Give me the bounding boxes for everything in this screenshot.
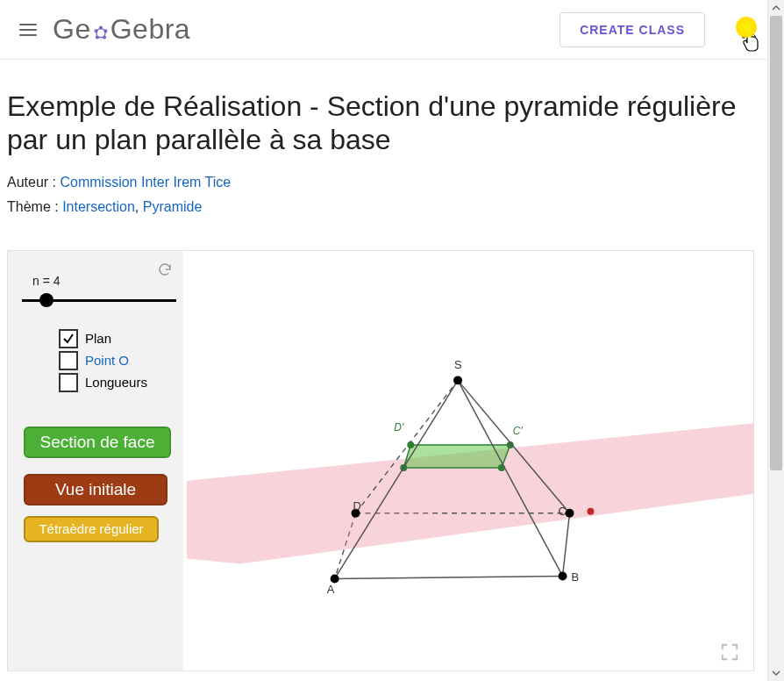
checkbox-longueurs[interactable]: Longueurs <box>59 373 147 392</box>
red-free-point <box>587 508 594 515</box>
vertex-label-Dp: D' <box>394 421 404 434</box>
svg-point-21 <box>453 376 462 384</box>
theme-link-2[interactable]: Pyramide <box>143 199 203 214</box>
section-de-face-button[interactable]: Section de face <box>24 427 171 458</box>
slider-n-label: n = 4 <box>32 274 178 288</box>
author-link[interactable]: Commission Inter Irem Tice <box>60 175 231 190</box>
scroll-thumb[interactable] <box>770 16 782 470</box>
author-line: Auteur : Commission Inter Irem Tice <box>7 175 761 190</box>
vertex-label-B: B <box>572 570 580 584</box>
checkbox-box <box>59 329 78 348</box>
vertex-label-S: S <box>454 358 462 371</box>
applet-sidebar: n = 4 Plan <box>8 251 183 670</box>
svg-point-22 <box>331 574 339 583</box>
menu-button[interactable] <box>7 9 49 51</box>
vertex-label-D: D <box>353 499 361 513</box>
svg-point-12 <box>407 441 414 448</box>
author-label: Auteur : <box>7 175 56 190</box>
page-body: Exemple de Réalisation - Section d'une p… <box>0 60 768 671</box>
content: Ge Gebra CREATE CLASS <box>0 0 768 681</box>
page-title: Exemple de Réalisation - Section d'une p… <box>7 90 761 157</box>
theme-link-1[interactable]: Intersection <box>62 199 135 214</box>
geogebra-applet: n = 4 Plan <box>7 250 754 671</box>
kebab-menu-button[interactable] <box>742 21 745 39</box>
logo-post-text: Gebra <box>110 13 190 46</box>
check-label: Longueurs <box>85 375 147 390</box>
button-label: Vue initiale <box>55 480 136 499</box>
viewport: Ge Gebra CREATE CLASS <box>0 0 784 681</box>
header-bar: Ge Gebra CREATE CLASS <box>0 0 768 60</box>
logo-pre-text: Ge <box>53 13 91 46</box>
checkbox-box <box>59 373 78 392</box>
checkbox-plan[interactable]: Plan <box>59 329 147 348</box>
tetraedre-regulier-button[interactable]: Tétraèdre régulier <box>24 516 159 542</box>
create-class-label: CREATE CLASS <box>580 23 685 37</box>
check-label: Plan <box>85 331 111 346</box>
logo-flower-icon <box>93 25 109 41</box>
geogebra-logo[interactable]: Ge Gebra <box>53 13 190 46</box>
svg-point-23 <box>559 571 567 580</box>
scroll-track[interactable] <box>768 16 784 665</box>
vertical-scrollbar[interactable] <box>767 0 784 681</box>
svg-point-24 <box>566 509 574 518</box>
fullscreen-icon[interactable] <box>720 642 739 662</box>
button-label: Section de face <box>40 433 155 452</box>
theme-line: Thème : Intersection, Pyramide <box>7 199 761 215</box>
vertex-label-C: C <box>559 505 567 518</box>
button-label: Tétraèdre régulier <box>39 521 143 536</box>
cursor-highlight <box>731 14 768 53</box>
vue-initiale-button[interactable]: Vue initiale <box>24 474 167 505</box>
svg-line-16 <box>335 576 563 578</box>
vertex-label-Cp: C' <box>513 425 524 437</box>
slider-n[interactable]: n = 4 <box>20 274 178 307</box>
scroll-down-arrow[interactable] <box>768 665 784 681</box>
checkbox-pointO[interactable]: Point O <box>59 351 147 370</box>
checkbox-box <box>59 351 78 370</box>
checkbox-group: Plan Point O Longueurs <box>59 326 147 395</box>
create-class-button[interactable]: CREATE CLASS <box>559 12 705 47</box>
geometry-canvas[interactable]: S A B C D D' C' <box>187 251 753 670</box>
scroll-up-arrow[interactable] <box>768 0 784 16</box>
vertex-label-A: A <box>327 583 335 596</box>
theme-label: Thème : <box>7 199 59 214</box>
check-label: Point O <box>85 353 129 368</box>
svg-line-17 <box>563 513 570 577</box>
